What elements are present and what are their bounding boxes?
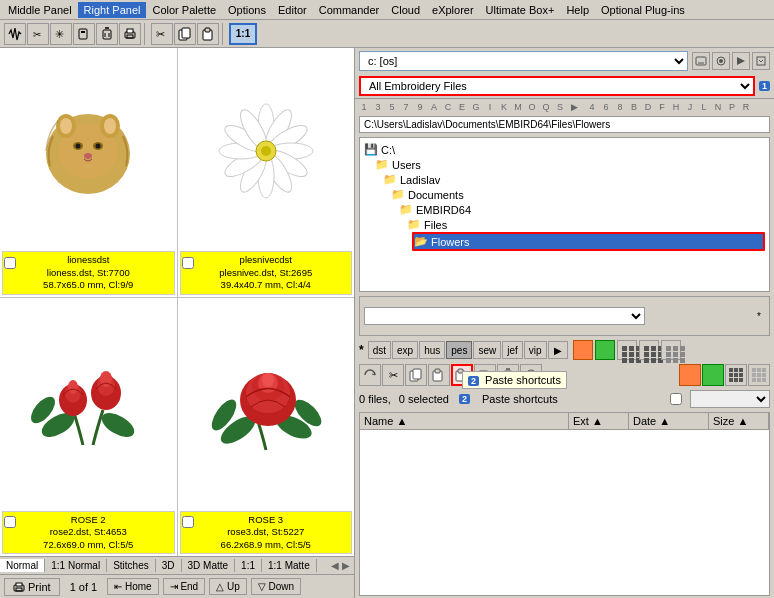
filter-buttons-row: * dst exp hus pes sew jef vip ▶ [355,338,774,362]
tree-item-embird64[interactable]: 📁 EMBIRD64 [364,202,765,217]
menu-help[interactable]: Help [560,2,595,18]
grid-dots-3[interactable] [661,340,681,360]
action-refresh[interactable] [359,364,381,386]
menu-ultimate-box[interactable]: Ultimate Box+ [480,2,561,18]
tab-3d[interactable]: 3D [156,559,182,572]
asterisk-indicator: * [757,311,765,322]
col-name[interactable]: Name ▲ [360,413,569,429]
embroidery-cell-lioness[interactable]: lionessdst lioness.dst, St:7700 58.7x65.… [0,48,177,297]
tab-stitches[interactable]: Stitches [107,559,156,572]
path-bar: C:\Users\Ladislav\Documents\EMBIRD64\Fil… [359,116,770,133]
right-action-group [679,364,770,386]
copy-btn[interactable] [73,23,95,45]
action-grid5[interactable] [748,364,770,386]
filter-hus[interactable]: hus [419,341,445,359]
menu-options[interactable]: Options [222,2,272,18]
col-date[interactable]: Date ▲ [629,413,709,429]
main-layout: lionessdst lioness.dst, St:7700 58.7x65.… [0,48,774,598]
drive-icon-2[interactable] [712,52,730,70]
copy2-btn[interactable] [174,23,196,45]
delete-btn[interactable] [96,23,118,45]
print-button[interactable]: Print [4,578,60,596]
filter-pes[interactable]: pes [446,341,472,359]
embroidery-cell-rose2[interactable]: ROSE 2 rose2.dst, St:4653 72.6x69.0 mm, … [0,298,177,557]
tree-item-documents[interactable]: 📁 Documents [364,187,765,202]
tab-3d-matte[interactable]: 3D Matte [182,559,236,572]
selected-count: 0 selected [399,393,449,405]
paste-btn[interactable] [197,23,219,45]
folder-icon-documents: 📁 [391,188,405,201]
action-color1[interactable] [679,364,701,386]
menu-editor[interactable]: Editor [272,2,313,18]
drive-icon-1[interactable] [692,52,710,70]
print-btn[interactable] [119,23,141,45]
menu-commander[interactable]: Commander [313,2,386,18]
star-btn[interactable]: ✳ [50,23,72,45]
svg-rect-61 [16,588,22,591]
action-color2[interactable] [702,364,724,386]
col-ext[interactable]: Ext ▲ [569,413,629,429]
tab-normal[interactable]: Normal [0,559,45,572]
menu-explorer[interactable]: eXplorer [426,2,480,18]
waveform-btn[interactable] [4,23,26,45]
tree-item-c[interactable]: 💾 C:\ [364,142,765,157]
tab-1to1[interactable]: 1:1 [235,559,262,572]
filter-dst[interactable]: dst [368,341,391,359]
down-btn[interactable]: ▽ Down [251,578,301,595]
embroidery-cell-rose3[interactable]: ROSE 3 rose3.dst, St:5227 66.2x68.9 mm, … [178,298,355,557]
tree-item-ladislav[interactable]: 📁 Ladislav [364,172,765,187]
select-btn[interactable]: ✂ [27,23,49,45]
home-btn[interactable]: ⇤ Home [107,578,158,595]
menu-color-palette[interactable]: Color Palette [146,2,222,18]
color-grid-btn-1[interactable] [573,340,593,360]
rose2-checkbox[interactable] [4,516,16,528]
menu-middle-panel[interactable]: Middle Panel [2,2,78,18]
cut-btn[interactable]: ✂ [151,23,173,45]
filter-exp[interactable]: exp [392,341,418,359]
action-grid4[interactable] [725,364,747,386]
svg-rect-9 [127,29,133,33]
zoom-1to1-btn[interactable]: 1:1 [229,23,257,45]
flower-checkbox[interactable] [182,257,194,269]
tree-item-users[interactable]: 📁 Users [364,157,765,172]
grid-dots-1[interactable] [617,340,637,360]
up-btn[interactable]: △ Up [209,578,247,595]
tree-item-files[interactable]: 📁 Files [364,217,765,232]
filter-jef[interactable]: jef [502,341,523,359]
tab-1to1-matte[interactable]: 1:1 Matte [262,559,317,572]
status-checkbox[interactable] [670,393,682,405]
svg-rect-2 [79,29,87,39]
filter-vip[interactable]: vip [524,341,547,359]
filter-dropdown[interactable]: All Embroidery Files [359,76,755,96]
file-tree[interactable]: 💾 C:\ 📁 Users 📁 Ladislav 📁 Documents 📁 [359,137,770,292]
separator-1 [144,23,148,45]
grid-dots-2[interactable] [639,340,659,360]
status-sort-dropdown[interactable] [690,390,770,408]
tooltip-badge: 2 [468,376,479,386]
embroidery-cell-flower[interactable]: plesnivecdst plesnivec.dst, St:2695 39.4… [178,48,355,297]
lioness-checkbox[interactable] [4,257,16,269]
menu-right-panel[interactable]: Right Panel [78,2,147,18]
right-grid-buttons [573,340,681,360]
menu-optional-plugins[interactable]: Optional Plug-ins [595,2,691,18]
rose3-checkbox[interactable] [182,516,194,528]
drive-icon-3[interactable] [732,52,750,70]
svg-point-20 [60,118,72,134]
sort-dropdown[interactable] [364,307,645,325]
color-grid-btn-2[interactable] [595,340,615,360]
action-paste-thumb[interactable] [428,364,450,386]
filter-sew[interactable]: sew [473,341,501,359]
filter-more[interactable]: ▶ [548,341,568,359]
tree-item-flowers[interactable]: 📂 Flowers [412,232,765,251]
action-scissors[interactable]: ✂ [382,364,404,386]
drive-dropdown[interactable]: c: [os] [359,51,688,71]
svg-point-25 [96,143,101,148]
menu-cloud[interactable]: Cloud [385,2,426,18]
drive-icon-4[interactable] [752,52,770,70]
rose3-image [180,300,353,511]
tab-1to1-normal[interactable]: 1:1 Normal [45,559,107,572]
action-copy[interactable] [405,364,427,386]
col-size[interactable]: Size ▲ [709,413,769,429]
file-list: Name ▲ Ext ▲ Date ▲ Size ▲ [359,412,770,596]
end-btn[interactable]: ⇥ End [163,578,206,595]
